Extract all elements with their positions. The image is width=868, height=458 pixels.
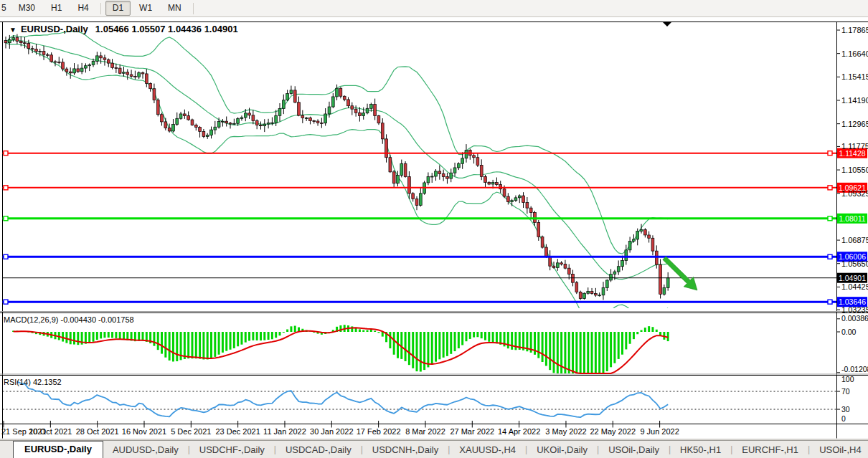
- price-axis-area[interactable]: [837, 22, 868, 424]
- chart-plot-area[interactable]: [3, 22, 836, 308]
- symbol-tab-usoil-daily[interactable]: USOil-,Daily: [599, 442, 669, 458]
- symbol-tab-eurchf-h1[interactable]: EURCHF-,H1: [732, 442, 808, 458]
- date-axis-area[interactable]: [3, 424, 836, 438]
- symbol-tabbar: EURUSD-,DailyAUDUSD-,Daily|USDCHF-,Daily…: [0, 440, 868, 458]
- timeframe-toolbar: 5M30H1H4D1W1MN: [0, 0, 868, 17]
- toolbar-separator: [100, 3, 101, 14]
- timeframe-button-5[interactable]: 5: [0, 1, 10, 16]
- timeframe-button-h4[interactable]: H4: [70, 1, 95, 16]
- chart-ohlc-values: 1.05466 1.05507 1.04436 1.04901: [95, 24, 238, 34]
- timeframe-button-d1[interactable]: D1: [105, 1, 131, 16]
- timeframe-button-w1[interactable]: W1: [132, 1, 159, 16]
- symbol-tab-usoil-h4[interactable]: USOil-,H4: [810, 442, 868, 458]
- symbol-tab-usdcnh-daily[interactable]: USDCNH-,Daily: [363, 442, 448, 458]
- rsi-indicator-label: RSI(14) 42.1352: [4, 378, 62, 386]
- symbol-tab-hk50-h1[interactable]: HK50-,H1: [671, 442, 730, 458]
- timeframe-button-m30[interactable]: M30: [11, 1, 42, 16]
- chart-symbol-label: EURUSD-,Daily: [21, 24, 88, 34]
- timeframe-button-mn[interactable]: MN: [161, 1, 189, 16]
- chart-title: ▼EURUSD-,Daily1.05466 1.05507 1.04436 1.…: [9, 24, 238, 34]
- symbol-tab-xauusd-h4[interactable]: XAUUSD-,H4: [450, 442, 525, 458]
- symbol-tab-usdcad-daily[interactable]: USDCAD-,Daily: [276, 442, 361, 458]
- symbol-tab-usdchf-daily[interactable]: USDCHF-,Daily: [190, 442, 274, 458]
- symbol-tab-ukoil-daily[interactable]: UKOil-,Daily: [527, 442, 597, 458]
- symbol-tab-eurusd-daily[interactable]: EURUSD-,Daily: [13, 441, 103, 458]
- symbol-tab-audusd-daily[interactable]: AUDUSD-,Daily: [103, 442, 188, 458]
- mt4-window: { "toolbar": { "timeframes": [ {"label":…: [0, 0, 868, 458]
- symbol-dropdown-icon[interactable]: ▼: [9, 26, 16, 34]
- toolbar-separator: [193, 3, 194, 14]
- timeframe-button-h1[interactable]: H1: [44, 1, 69, 16]
- macd-indicator-label: MACD(12,26,9) -0.004430 -0.001758: [4, 315, 134, 324]
- chart-canvas: 1.114281.096211.080111.060061.036461.049…: [0, 0, 868, 458]
